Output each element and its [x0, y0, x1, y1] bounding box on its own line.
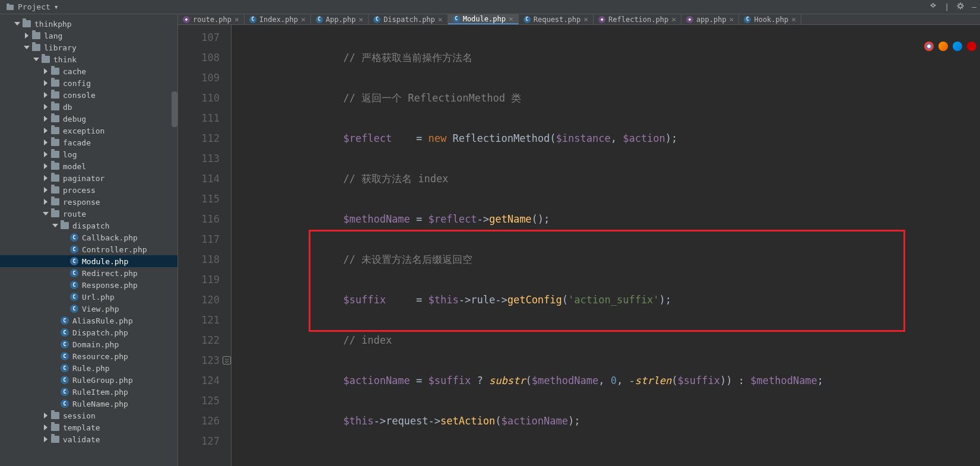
tree-item-label: console: [63, 91, 96, 100]
php-file-icon: C: [61, 352, 69, 360]
tree-item-domain-php[interactable]: CDomain.php: [0, 338, 177, 350]
close-icon[interactable]: ×: [509, 14, 513, 23]
tab-request-php[interactable]: CRequest.php×: [519, 14, 594, 24]
tree-item-session[interactable]: session: [0, 410, 177, 421]
line-number: 122: [178, 330, 220, 350]
tree-item-response[interactable]: response: [0, 196, 177, 208]
firefox-icon[interactable]: [938, 42, 948, 51]
tab-dispatch-php[interactable]: CDispatch.php×: [369, 14, 448, 24]
project-dropdown[interactable]: Project ▾: [0, 0, 65, 14]
folder-icon: [51, 103, 59, 110]
tree-item-template[interactable]: template: [0, 421, 177, 433]
tree-item-label: cache: [63, 67, 86, 76]
line-number: 113: [178, 148, 220, 169]
close-icon[interactable]: ×: [438, 15, 443, 24]
close-icon[interactable]: ×: [301, 15, 306, 24]
php-file-icon: C: [524, 16, 531, 23]
tree-item-resource-php[interactable]: CResource.php: [0, 350, 177, 362]
tree-item-rulename-php[interactable]: CRuleName.php: [0, 398, 177, 410]
minimize-icon[interactable]: —: [968, 2, 980, 11]
folder-icon: [51, 163, 59, 170]
folder-icon: [51, 436, 59, 443]
tree-item-rule-php[interactable]: CRule.php: [0, 362, 177, 374]
tree-item-aliasrule-php[interactable]: CAliasRule.php: [0, 315, 177, 326]
tree-item-redirect-php[interactable]: CRedirect.php: [0, 267, 177, 279]
caret-icon: [43, 140, 49, 145]
folder-icon: [51, 139, 59, 146]
safari-icon[interactable]: [953, 42, 962, 51]
tree-item-label: response: [63, 198, 100, 207]
fold-marker[interactable]: [223, 356, 231, 364]
tree-item-facade[interactable]: facade: [0, 137, 177, 148]
code-content: // 严格获取当前操作方法名 // 返回一个 ReflectionMethod …: [231, 25, 980, 466]
tree-item-exception[interactable]: exception: [0, 125, 177, 137]
folder-icon: [51, 198, 59, 205]
folder-icon: [51, 412, 59, 419]
tree-item-label: think: [53, 55, 77, 64]
code-editor[interactable]: 1071081091101111121131141151161171181191…: [178, 25, 980, 466]
close-icon[interactable]: ×: [730, 15, 734, 24]
close-icon[interactable]: ×: [583, 15, 588, 24]
close-icon[interactable]: ×: [234, 15, 239, 24]
tree-item-console[interactable]: console: [0, 89, 177, 101]
tab-index-php[interactable]: CIndex.php×: [245, 14, 311, 24]
tree-item-library[interactable]: library: [0, 42, 177, 53]
tab-label: App.php: [326, 15, 356, 24]
tree-item-paginator[interactable]: paginator: [0, 172, 177, 184]
tree-item-thinkphp[interactable]: thinkphp: [0, 18, 177, 30]
folder-icon: [51, 127, 59, 134]
close-icon[interactable]: ×: [359, 15, 363, 24]
tab-label: Module.php: [463, 15, 506, 23]
tree-item-config[interactable]: config: [0, 77, 177, 89]
tree-item-label: session: [63, 411, 96, 420]
tree-item-process[interactable]: process: [0, 184, 177, 196]
tab-module-php[interactable]: CModule.php×: [448, 14, 519, 24]
tree-item-cache[interactable]: cache: [0, 65, 177, 77]
tree-item-module-php[interactable]: CModule.php: [0, 255, 177, 267]
caret-icon: [43, 424, 49, 430]
collapse-icon[interactable]: [925, 2, 941, 12]
opera-icon[interactable]: [967, 42, 976, 51]
tree-item-lang[interactable]: lang: [0, 30, 177, 42]
tree-item-db[interactable]: db: [0, 101, 177, 113]
tab-app-php[interactable]: ◆app.php×: [681, 14, 739, 24]
tree-item-rulegroup-php[interactable]: CRuleGroup.php: [0, 374, 177, 386]
tree-item-route[interactable]: route: [0, 208, 177, 220]
tree-item-callback-php[interactable]: CCallback.php: [0, 232, 177, 243]
chrome-icon[interactable]: [924, 42, 934, 51]
tab-reflection-php[interactable]: ◆Reflection.php×: [594, 14, 681, 24]
line-number: 125: [178, 391, 220, 411]
tree-item-debug[interactable]: debug: [0, 113, 177, 125]
php-file-icon: C: [373, 16, 380, 23]
close-icon[interactable]: ×: [671, 15, 676, 24]
tree-item-controller-php[interactable]: CController.php: [0, 243, 177, 255]
php-file-icon: C: [70, 245, 78, 253]
php-file-icon: C: [61, 328, 69, 337]
tree-item-label: Callback.php: [82, 233, 138, 242]
tree-item-dispatch[interactable]: dispatch: [0, 220, 177, 232]
close-icon[interactable]: ×: [791, 15, 796, 24]
tree-item-view-php[interactable]: CView.php: [0, 303, 177, 315]
tree-item-url-php[interactable]: CUrl.php: [0, 291, 177, 303]
tree-item-ruleitem-php[interactable]: CRuleItem.php: [0, 386, 177, 398]
gear-icon[interactable]: [953, 2, 968, 12]
tree-item-label: Url.php: [82, 293, 115, 302]
tree-item-validate[interactable]: validate: [0, 433, 177, 445]
line-number: 116: [178, 209, 220, 229]
tree-item-think[interactable]: think: [0, 53, 177, 65]
line-number: 112: [178, 128, 220, 148]
caret-icon: [43, 128, 49, 134]
tree-item-label: Module.php: [82, 257, 128, 266]
tree-item-log[interactable]: log: [0, 148, 177, 160]
tree-item-dispatch-php[interactable]: CDispatch.php: [0, 326, 177, 338]
tab-hook-php[interactable]: CHook.php×: [739, 14, 801, 24]
tab-app-php[interactable]: CApp.php×: [311, 14, 369, 24]
tree-item-model[interactable]: model: [0, 160, 177, 172]
line-number: 119: [178, 270, 220, 290]
sidebar-scrollbar[interactable]: [172, 91, 177, 127]
caret-icon: [43, 80, 49, 86]
line-number: 120: [178, 290, 220, 310]
caret-icon: [14, 21, 20, 27]
tab-route-php[interactable]: ◆route.php×: [178, 14, 245, 24]
tree-item-response-php[interactable]: CResponse.php: [0, 279, 177, 291]
